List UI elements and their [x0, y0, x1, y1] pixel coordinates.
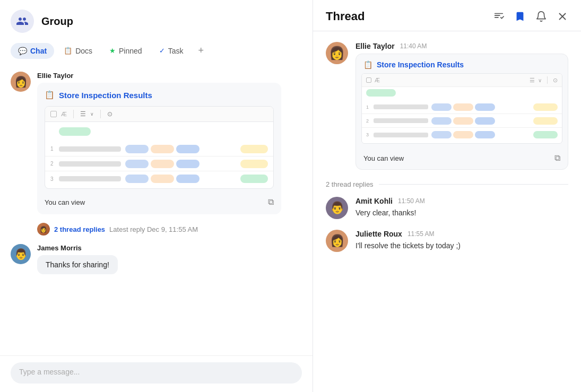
doc-title: 📋 Store Inspection Results	[45, 90, 274, 100]
status-pill	[240, 145, 268, 153]
people-icon	[16, 15, 29, 28]
row-num: 3	[366, 132, 374, 137]
tag-blue2	[176, 145, 200, 153]
thread-header: Thread	[313, 0, 581, 31]
tag-blue2	[475, 117, 495, 125]
thread-original-message: 👩 Ellie Taylor 11:40 AM 📋 Store Inspecti…	[326, 42, 568, 170]
avatar-ellie-thread: 👩	[326, 42, 348, 64]
chat-input-box[interactable]: Type a message...	[11, 362, 302, 384]
table-row: 1	[45, 142, 273, 156]
tag-orange	[151, 175, 174, 183]
chat-header: Group	[0, 0, 313, 38]
sp-tags	[431, 131, 514, 138]
bell-button[interactable]	[535, 11, 547, 22]
tag-blue2	[176, 160, 200, 168]
thread-sp-list-icon: ☰	[530, 77, 535, 84]
thread-replies-link[interactable]: 2 thread replies	[54, 225, 105, 233]
tab-bar: 💬 Chat 📋 Docs ★ Pinned ✓ Task +	[0, 38, 313, 66]
sp-toolbar: Æ ☰ ∨ ⊙	[45, 107, 273, 122]
thread-doc-title: 📋 Store Inspection Results	[356, 54, 568, 73]
thread-orig-sender: Ellie Taylor 11:40 AM	[355, 42, 568, 50]
avatar-ellie: 👩	[11, 72, 31, 92]
status-pill	[533, 117, 558, 125]
thread-sp-chevron: ∨	[538, 77, 542, 83]
tab-docs[interactable]: 📋 Docs	[56, 43, 100, 59]
sp-status	[218, 175, 268, 183]
reply-text-amit: Very clear, thanks!	[355, 208, 425, 217]
avatar-james: 👨	[11, 244, 31, 264]
sp-dropdown: ∨	[90, 111, 94, 117]
thread-replies-count: 2 thread replies	[326, 180, 374, 188]
copy-icon[interactable]: ⧉	[268, 197, 274, 207]
docs-tab-icon: 📋	[64, 47, 72, 55]
tag-blue2	[475, 103, 495, 111]
sp-tags	[431, 117, 514, 125]
tag-blue	[431, 117, 452, 125]
reply-content-juliette: Juliette Roux 11:55 AM I'll resolve the …	[355, 230, 461, 250]
sp-tags	[431, 103, 514, 111]
status-pill-green	[533, 131, 558, 138]
spreadsheet-preview: Æ ☰ ∨ ⊙	[45, 106, 274, 189]
row-num: 2	[366, 118, 374, 124]
doc-card: 📋 Store Inspection Results Æ ☰ ∨	[37, 83, 281, 214]
sp-status	[514, 117, 558, 125]
thread-panel: Thread	[313, 0, 581, 392]
thread-sp-body: 1	[362, 99, 562, 143]
tab-docs-label: Docs	[75, 47, 92, 55]
sp-body: 1	[45, 140, 273, 188]
table-row: 3	[45, 171, 273, 186]
thread-title: Thread	[326, 10, 365, 23]
thread-spreadsheet-preview: Æ ☰ ∨ ⊙ 1	[361, 73, 562, 144]
thread-sp-clock-icon: ⊙	[553, 77, 558, 84]
reply-sender-amit: Amit Kohli 11:50 AM	[355, 197, 425, 205]
tag-blue2	[475, 131, 495, 138]
reply-content-amit: Amit Kohli 11:50 AM Very clear, thanks!	[355, 197, 425, 217]
message-row: 👩 Ellie Taylor 📋 Store Inspection Result…	[11, 72, 302, 214]
sp-text-icon: Æ	[61, 111, 67, 117]
thread-doc-icon: 📋	[363, 60, 372, 69]
sp-header-first-row	[45, 122, 273, 140]
bell-icon	[535, 11, 547, 22]
row-num: 2	[50, 161, 59, 167]
reply-avatar-small: 👩	[37, 223, 50, 236]
tab-chat-label: Chat	[30, 47, 47, 55]
sp-header-green-pill	[59, 127, 91, 136]
bookmark-icon	[514, 11, 526, 22]
divider-line	[379, 184, 568, 185]
chat-tab-icon: 💬	[18, 47, 27, 55]
sp-tags	[125, 145, 218, 153]
reply-text-juliette: I'll resolve the tickets by today ;)	[355, 241, 461, 250]
doc-title-icon: 📋	[45, 90, 55, 100]
summarize-icon	[493, 11, 505, 22]
sp-status	[218, 160, 268, 168]
close-button[interactable]	[557, 11, 568, 22]
thread-orig-content: Ellie Taylor 11:40 AM 📋 Store Inspection…	[355, 42, 568, 170]
sp-checkbox	[50, 111, 57, 117]
doc-permission: You can view	[45, 198, 85, 206]
thread-replies-row: 👩 2 thread replies Latest reply Dec 9, 1…	[11, 223, 302, 236]
tag-orange	[151, 145, 174, 153]
sp-list-icon: ☰	[80, 110, 86, 118]
thread-doc-footer: You can view ⧉	[356, 149, 568, 169]
tag-blue	[125, 175, 149, 183]
status-pill	[533, 103, 558, 111]
chevron-down-icon: ∨	[90, 111, 94, 117]
message-content-ellie: Ellie Taylor 📋 Store Inspection Results …	[37, 72, 302, 214]
summarize-button[interactable]	[493, 11, 505, 22]
avatar-juliette: 👩	[326, 230, 348, 252]
tab-add-button[interactable]: +	[193, 41, 209, 60]
thread-copy-icon[interactable]: ⧉	[554, 153, 560, 163]
tab-task-label: Task	[168, 47, 184, 55]
doc-footer: You can view ⧉	[45, 195, 274, 207]
thread-doc-card: 📋 Store Inspection Results Æ ☰ ∨ ⊙	[355, 54, 568, 170]
tab-pinned[interactable]: ★ Pinned	[102, 43, 150, 59]
cell-name	[374, 118, 428, 123]
bookmark-button[interactable]	[514, 11, 526, 22]
thread-replies-divider: 2 thread replies	[326, 180, 568, 188]
tab-chat[interactable]: 💬 Chat	[11, 43, 54, 59]
reply-time-juliette: 11:55 AM	[407, 230, 435, 238]
message-row: 👨 James Morris Thanks for sharing!	[11, 244, 302, 274]
row-num: 1	[50, 146, 59, 152]
tab-task[interactable]: ✓ Task	[152, 43, 191, 59]
tag-blue	[125, 160, 149, 168]
